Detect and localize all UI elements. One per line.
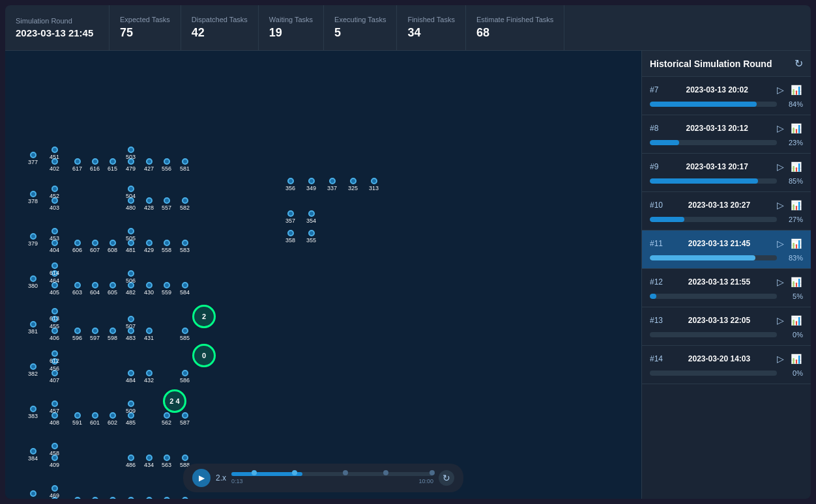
node-608[interactable]: 608 <box>108 240 117 253</box>
node-358[interactable]: 358 <box>285 230 295 244</box>
node-600[interactable]: 600 <box>108 497 117 499</box>
node-381[interactable]: 381 <box>28 321 38 335</box>
node-380[interactable]: 380 <box>28 275 38 289</box>
round-chart-btn-2[interactable]: 📊 <box>789 160 803 173</box>
node-409[interactable]: 409 <box>50 455 59 468</box>
node-507[interactable]: 507 <box>126 316 136 329</box>
node-539[interactable]: 539 <box>72 497 82 499</box>
node-598[interactable]: 598 <box>108 328 117 341</box>
node-606[interactable]: 606 <box>72 240 82 253</box>
node-479[interactable]: 479 <box>126 158 136 172</box>
node-509[interactable]: 509 <box>126 400 136 414</box>
node-605[interactable]: 605 <box>108 282 117 296</box>
node-587[interactable]: 587 <box>180 412 190 426</box>
node-483[interactable]: 483 <box>126 328 136 341</box>
round-play-btn-5[interactable]: ▷ <box>776 275 785 288</box>
round-item-#7[interactable]: #7 2023-03-13 20:02 ▷ 📊 84% <box>642 77 811 115</box>
node-451[interactable]: 451 <box>50 147 59 160</box>
node-349[interactable]: 349 <box>306 178 316 191</box>
node-582[interactable]: 582 <box>180 197 190 211</box>
node-434[interactable]: 434 <box>144 455 154 468</box>
node-503[interactable]: 503 <box>126 147 136 160</box>
node-591[interactable]: 591 <box>72 412 82 426</box>
node-403[interactable]: 403 <box>50 197 59 211</box>
node-427[interactable]: 427 <box>144 158 154 172</box>
node-378[interactable]: 378 <box>28 191 38 204</box>
round-play-btn-7[interactable]: ▷ <box>776 352 785 365</box>
node-482[interactable]: 482 <box>126 282 136 296</box>
node-596[interactable]: 596 <box>72 328 82 341</box>
node-603[interactable]: 603 <box>72 282 82 296</box>
round-item-#11[interactable]: #11 2023-03-13 21:45 ▷ 📊 83% <box>642 231 811 269</box>
round-chart-btn-5[interactable]: 📊 <box>789 275 803 288</box>
node-337[interactable]: 337 <box>327 178 337 191</box>
node-384[interactable]: 384 <box>28 448 38 462</box>
node-614[interactable]: 614 <box>50 262 59 276</box>
node-504[interactable]: 504 <box>126 186 136 199</box>
node-354[interactable]: 354 <box>306 210 316 224</box>
node-432[interactable]: 432 <box>144 370 154 384</box>
node-406[interactable]: 406 <box>50 328 59 341</box>
node-602[interactable]: 602 <box>108 412 117 426</box>
node-313[interactable]: 313 <box>369 178 379 191</box>
round-play-btn-3[interactable]: ▷ <box>776 199 785 212</box>
round-play-btn-1[interactable]: ▷ <box>776 122 785 135</box>
node-357[interactable]: 357 <box>285 210 295 224</box>
node-506[interactable]: 506 <box>126 270 136 284</box>
node-559[interactable]: 559 <box>162 282 171 296</box>
node-458[interactable]: 458 <box>50 443 59 456</box>
round-item-#14[interactable]: #14 2023-03-20 14:03 ▷ 📊 0% <box>642 346 811 384</box>
round-item-#10[interactable]: #10 2023-03-13 20:27 ▷ 📊 27% <box>642 192 811 231</box>
node-601[interactable]: 601 <box>90 412 100 426</box>
node-584[interactable]: 584 <box>180 282 190 296</box>
node-402[interactable]: 402 <box>50 158 59 172</box>
node-613[interactable]: 613 <box>50 308 59 322</box>
node-480[interactable]: 480 <box>126 197 136 211</box>
node-612[interactable]: 612 <box>50 350 59 364</box>
sidebar-refresh-button[interactable]: ↻ <box>794 57 803 70</box>
node-607[interactable]: 607 <box>90 240 100 253</box>
node-356[interactable]: 356 <box>285 178 295 191</box>
round-chart-btn-6[interactable]: 📊 <box>789 314 803 327</box>
round-item-#13[interactable]: #13 2023-03-13 22:05 ▷ 📊 0% <box>642 307 811 346</box>
node-484[interactable]: 484 <box>126 370 136 384</box>
node-485[interactable]: 485 <box>126 412 136 426</box>
node-429[interactable]: 429 <box>144 240 154 253</box>
round-play-btn-2[interactable]: ▷ <box>776 160 785 173</box>
node-453[interactable]: 453 <box>50 228 59 242</box>
node-563[interactable]: 563 <box>162 455 171 468</box>
round-item-#8[interactable]: #8 2023-03-13 20:12 ▷ 📊 23% <box>642 115 811 154</box>
node-469[interactable]: 469 <box>50 485 59 499</box>
node-557[interactable]: 557 <box>162 197 171 211</box>
node-616[interactable]: 616 <box>90 158 100 172</box>
node-581[interactable]: 581 <box>180 158 190 172</box>
node-586[interactable]: 586 <box>180 370 190 384</box>
node-325[interactable]: 325 <box>348 178 358 191</box>
node-379[interactable]: 379 <box>28 233 38 247</box>
node-481[interactable]: 481 <box>126 240 136 253</box>
node-589[interactable]: 589 <box>180 497 190 499</box>
node-558[interactable]: 558 <box>162 240 171 253</box>
round-item-#12[interactable]: #12 2023-03-13 21:55 ▷ 📊 5% <box>642 269 811 307</box>
node-428[interactable]: 428 <box>144 197 154 211</box>
node-604[interactable]: 604 <box>90 282 100 296</box>
node-599[interactable]: 599 <box>90 497 100 499</box>
node-431[interactable]: 431 <box>144 328 154 341</box>
round-chart-btn-0[interactable]: 📊 <box>789 83 803 96</box>
round-chart-btn-7[interactable]: 📊 <box>789 352 803 365</box>
round-play-btn-0[interactable]: ▷ <box>776 83 785 96</box>
node-583[interactable]: 583 <box>180 240 190 253</box>
node-556[interactable]: 556 <box>162 158 171 172</box>
node-385[interactable]: 385 <box>28 490 38 499</box>
node-511[interactable]: 511 <box>126 497 136 499</box>
node-435[interactable]: 435 <box>144 497 154 499</box>
round-chart-btn-4[interactable]: 📊 <box>789 237 803 250</box>
node-430[interactable]: 430 <box>144 282 154 296</box>
node-457[interactable]: 457 <box>50 400 59 414</box>
timeline-track[interactable] <box>231 472 433 476</box>
node-407[interactable]: 407 <box>50 370 59 384</box>
round-chart-btn-1[interactable]: 📊 <box>789 122 803 135</box>
node-355[interactable]: 355 <box>306 230 316 244</box>
refresh-playback-button[interactable]: ↻ <box>439 470 454 486</box>
round-item-#9[interactable]: #9 2023-03-13 20:17 ▷ 📊 85% <box>642 154 811 192</box>
